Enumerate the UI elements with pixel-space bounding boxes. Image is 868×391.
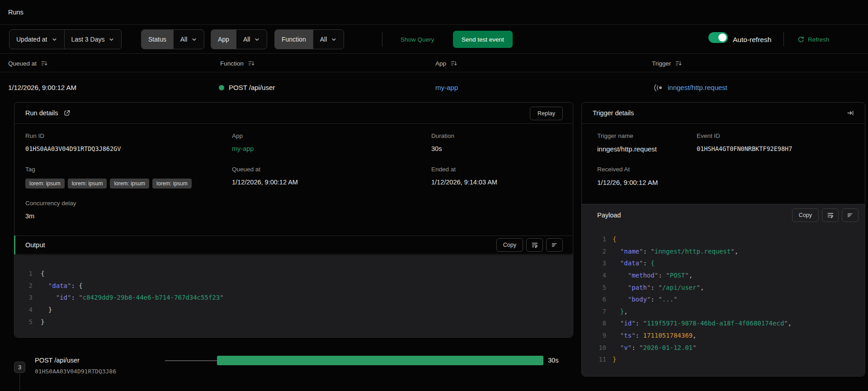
- code-line: 3 "id": "c8429dd9-29b8-44e6-b714-767d34c…: [14, 292, 573, 304]
- time-range-dropdown[interactable]: Last 3 Days: [64, 30, 122, 49]
- replay-button[interactable]: Replay: [530, 107, 563, 120]
- chevron-down-icon: [331, 37, 337, 42]
- status-filter-value: All: [180, 36, 188, 43]
- function-filter-group: Function All: [274, 29, 344, 49]
- copy-output-button[interactable]: Copy: [496, 238, 523, 252]
- align-left-button[interactable]: [842, 208, 859, 222]
- timeline-duration: 30s: [548, 357, 558, 364]
- top-bar: Runs: [0, 0, 868, 25]
- sort-time-filter-group: Updated at Last 3 Days: [9, 29, 122, 49]
- run-details-header: Run details Replay: [14, 103, 573, 124]
- output-section-header: Output Copy: [14, 236, 573, 254]
- auto-refresh-toggle[interactable]: [708, 32, 728, 43]
- wrap-text-icon: [531, 241, 538, 249]
- field-event-id: Event ID 01HSHA4GT0FN0NRBKTF92E98H7: [697, 132, 792, 152]
- step-count-badge[interactable]: 3: [14, 362, 25, 373]
- filter-bar: Updated at Last 3 Days Status All App Al…: [0, 25, 868, 54]
- queued-at-value: 1/12/2026, 9:00:12 AM: [232, 179, 298, 186]
- tag-chip: lorem: ipsum: [68, 179, 107, 188]
- collapse-panel-icon[interactable]: [847, 109, 854, 117]
- payload-title: Payload: [597, 212, 621, 219]
- tag-chip: lorem: ipsum: [25, 179, 65, 188]
- field-run-id: Run ID 01HS0AA03V04D91RTDQ3J862GV: [25, 132, 121, 152]
- show-query-link[interactable]: Show Query: [401, 25, 434, 54]
- tag-chip: lorem: ipsum: [152, 179, 192, 188]
- trigger-details-header: Trigger details: [582, 103, 865, 124]
- trigger-details-title: Trigger details: [593, 109, 634, 117]
- app-filter-dropdown[interactable]: All: [236, 30, 267, 49]
- app-link[interactable]: my-app: [232, 145, 254, 152]
- field-tag: Tag lorem: ipsumlorem: ipsumlorem: ipsum…: [25, 166, 192, 188]
- payload-section: Payload Copy 1{2 "name": "inngest/http.r…: [582, 204, 865, 376]
- code-line: 7 },: [582, 306, 865, 318]
- code-line: 1{: [14, 268, 573, 280]
- concurrency-delay-value: 3m: [25, 212, 76, 220]
- wrap-text-button[interactable]: [822, 208, 839, 222]
- field-concurrency-delay: Concurrency delay 3m: [25, 200, 76, 220]
- run-function-cell: POST /api/user: [219, 73, 275, 102]
- run-function-name: POST /api/user: [229, 84, 275, 91]
- field-app: App my-app: [232, 132, 254, 152]
- sort-field-label: Updated at: [16, 36, 47, 43]
- align-left-icon: [551, 241, 558, 249]
- received-at-value: 1/12/26, 9:00:12 AM: [597, 179, 658, 186]
- code-line: 10 "v": "2026-01-12.01": [582, 341, 865, 353]
- column-header-app[interactable]: App: [435, 54, 458, 72]
- field-duration: Duration 30s: [431, 132, 454, 152]
- field-received-at: Received At 1/12/26, 9:00:12 AM: [597, 166, 658, 186]
- field-ended-at: Ended at 1/12/2026, 9:14:03 AM: [431, 166, 497, 186]
- align-left-icon: [847, 212, 854, 219]
- code-line: 2 "name": "inngest/http.request",: [582, 245, 865, 258]
- function-filter-dropdown[interactable]: All: [313, 30, 344, 49]
- timeline-connector-line: [165, 360, 217, 361]
- app-filter-value: All: [243, 36, 250, 43]
- sort-field-dropdown[interactable]: Updated at: [9, 30, 64, 49]
- send-test-event-button[interactable]: Send test event: [453, 31, 513, 48]
- code-line: 5}: [14, 316, 573, 328]
- status-filter-group: Status All: [141, 29, 204, 49]
- run-app-link[interactable]: my-app: [435, 73, 458, 102]
- chevron-down-icon: [254, 37, 260, 42]
- function-filter-label: Function: [275, 30, 313, 49]
- timeline-bar[interactable]: [217, 356, 543, 365]
- sort-icon: [248, 60, 255, 67]
- column-header-queued-at[interactable]: Queued at: [8, 54, 48, 72]
- run-trigger-link[interactable]: inngest/http.request: [668, 84, 727, 91]
- align-left-button[interactable]: [546, 238, 563, 252]
- tag-chip: lorem: ipsum: [110, 179, 149, 188]
- runs-table-header: Queued at Function App Trigger: [0, 54, 868, 72]
- column-header-function[interactable]: Function: [220, 54, 255, 72]
- chevron-down-icon: [52, 37, 57, 42]
- status-filter-dropdown[interactable]: All: [173, 30, 204, 49]
- code-line: 5 "path": "/api/user",: [582, 281, 865, 293]
- run-status-dot: [219, 85, 224, 90]
- field-trigger-name: Trigger name inngest/http.request: [597, 132, 657, 153]
- refresh-icon: [797, 36, 804, 43]
- time-range-label: Last 3 Days: [71, 36, 105, 43]
- code-line: 1{: [582, 233, 865, 245]
- column-header-trigger[interactable]: Trigger: [652, 54, 682, 72]
- sort-icon: [450, 60, 458, 67]
- duration-value: 30s: [431, 145, 454, 152]
- divider: [382, 32, 382, 47]
- code-line: 2 "data": {: [14, 280, 573, 292]
- payload-actions: Copy: [792, 208, 859, 222]
- ended-at-value: 1/12/2026, 9:14:03 AM: [431, 179, 497, 186]
- code-line: 8 "id": "119f5971-9878-46bd-a18f-4f06801…: [582, 317, 865, 330]
- code-line: 3 "data": {: [582, 257, 865, 269]
- code-line: 4 "method": "POST",: [582, 269, 865, 282]
- sort-icon: [41, 60, 48, 67]
- run-trigger-cell: inngest/http.request: [653, 73, 727, 102]
- timeline-step-name: POST /api/user: [35, 357, 80, 364]
- wrap-text-button[interactable]: [526, 238, 543, 252]
- external-link-icon[interactable]: [63, 109, 71, 117]
- refresh-button[interactable]: Refresh: [797, 25, 829, 54]
- run-details-title: Run details: [25, 109, 58, 117]
- divider: [783, 32, 784, 47]
- trigger-name-value: inngest/http.request: [597, 145, 657, 153]
- code-line: 6 "body": "...": [582, 293, 865, 306]
- copy-payload-button[interactable]: Copy: [792, 208, 819, 222]
- run-details-panel: Run details Replay Run ID 01HS0AA03V04D9…: [14, 102, 573, 338]
- run-row[interactable]: 1/12/2026, 9:00:12 AM POST /api/user my-…: [0, 73, 868, 102]
- wrap-text-icon: [827, 212, 834, 219]
